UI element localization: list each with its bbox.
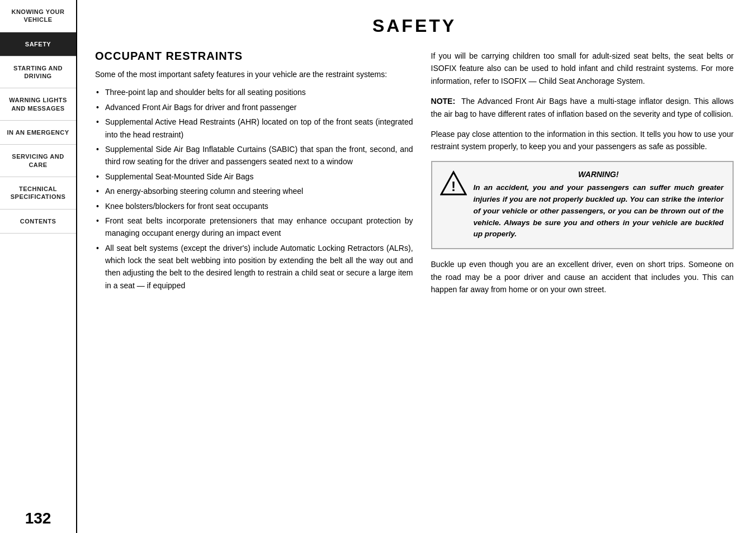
left-column: OCCUPANT RESTRAINTS Some of the most imp…	[95, 50, 413, 517]
svg-text:!: !	[451, 179, 456, 194]
warning-icon: !	[440, 170, 467, 197]
sidebar-item-servicing-and-care[interactable]: SERVICING AND CARE	[0, 145, 76, 177]
note-paragraph: NOTE: The Advanced Front Air Bags have a…	[431, 95, 734, 120]
sidebar-item-warning-lights[interactable]: WARNING LIGHTS AND MESSAGES	[0, 88, 76, 121]
main-content: SAFETY OCCUPANT RESTRAINTS Some of the m…	[77, 0, 756, 533]
right-para-4: Buckle up even though you are an excelle…	[431, 258, 734, 296]
list-item: Supplemental Seat-Mounted Side Air Bags	[95, 170, 413, 183]
list-item: Supplemental Active Head Restraints (AHR…	[95, 116, 413, 141]
intro-text: Some of the most important safety featur…	[95, 68, 413, 80]
sidebar-item-safety[interactable]: SAFETY	[0, 32, 76, 56]
warning-content: WARNING! In an accident, you and your pa…	[474, 170, 724, 241]
list-item: Advanced Front Air Bags for driver and f…	[95, 101, 413, 113]
right-column: If you will be carrying children too sma…	[431, 50, 734, 517]
sidebar-item-technical-specifications[interactable]: TECHNICAL SPECIFICATIONS	[0, 177, 76, 210]
bullet-list: Three-point lap and shoulder belts for a…	[95, 86, 413, 292]
warning-text: In an accident, you and your passengers …	[474, 182, 724, 241]
list-item: Front seat belts incorporate pretensione…	[95, 215, 413, 240]
warning-box: ! WARNING! In an accident, you and your …	[431, 161, 734, 250]
list-item: Supplemental Side Air Bag Inflatable Cur…	[95, 143, 413, 168]
sidebar-item-knowing-your-vehicle[interactable]: KNOWING YOUR VEHICLE	[0, 0, 76, 32]
list-item: Three-point lap and shoulder belts for a…	[95, 86, 413, 98]
sidebar-item-contents[interactable]: CONTENTS	[0, 210, 76, 234]
sidebar: KNOWING YOUR VEHICLE SAFETY STARTING AND…	[0, 0, 77, 533]
section-title: OCCUPANT RESTRAINTS	[95, 50, 413, 63]
page-title: SAFETY	[95, 16, 734, 36]
right-para-1: If you will be carrying children too sma…	[431, 50, 734, 87]
list-item: An energy-absorbing steering column and …	[95, 185, 413, 197]
note-label: NOTE:	[431, 97, 456, 106]
list-item: Knee bolsters/blockers for front seat oc…	[95, 200, 413, 212]
page-number: 132	[0, 499, 76, 533]
note-text: The Advanced Front Air Bags have a multi…	[431, 97, 734, 118]
sidebar-item-in-an-emergency[interactable]: IN AN EMERGENCY	[0, 121, 76, 145]
list-item: All seat belt systems (except the driver…	[95, 242, 413, 292]
warning-title: WARNING!	[474, 170, 724, 179]
sidebar-item-starting-and-driving[interactable]: STARTING AND DRIVING	[0, 56, 76, 89]
right-para-3: Please pay close attention to the inform…	[431, 128, 734, 153]
